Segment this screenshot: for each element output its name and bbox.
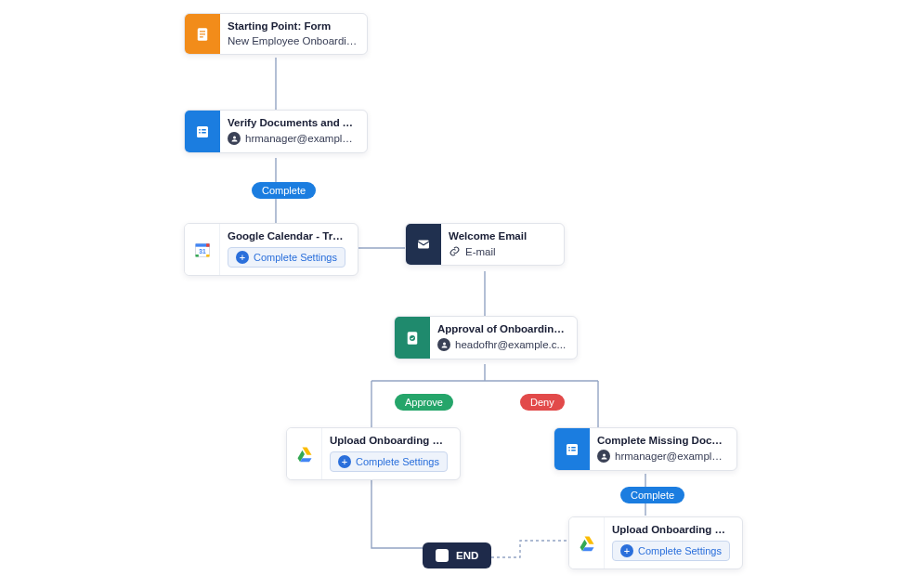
svg-rect-1 — [200, 31, 205, 32]
pill-deny: Deny — [520, 394, 565, 411]
svg-point-19 — [410, 335, 415, 341]
node-title: Welcome Email — [449, 230, 554, 242]
node-assignee: headofhr@example.c... — [455, 339, 566, 350]
complete-settings-button[interactable]: + Complete Settings — [612, 541, 730, 561]
svg-point-9 — [233, 136, 236, 138]
button-label: Complete Settings — [356, 456, 439, 467]
pill-complete: Complete — [620, 487, 684, 503]
svg-rect-22 — [568, 447, 570, 449]
complete-settings-button[interactable]: + Complete Settings — [228, 247, 345, 268]
svg-rect-23 — [571, 447, 576, 449]
svg-rect-24 — [568, 450, 570, 451]
plus-icon: + — [620, 544, 633, 557]
svg-rect-2 — [200, 33, 205, 34]
user-icon — [228, 132, 241, 145]
pill-approve: Approve — [395, 394, 453, 411]
google-calendar-icon: 31 — [185, 224, 220, 275]
connectors — [0, 0, 899, 588]
node-upload-onboarding-2[interactable]: Upload Onboarding Docume... + Complete S… — [568, 516, 743, 569]
stop-icon — [436, 549, 449, 562]
svg-rect-6 — [202, 129, 206, 131]
svg-rect-7 — [199, 132, 201, 134]
button-label: Complete Settings — [254, 252, 337, 263]
user-icon — [597, 450, 610, 463]
node-title: Approval of Onboarding Pro... — [437, 323, 567, 334]
pill-complete: Complete — [252, 182, 316, 199]
google-drive-icon — [569, 517, 605, 568]
user-icon — [437, 338, 450, 351]
node-title: Complete Missing Documents — [597, 435, 727, 446]
node-google-calendar[interactable]: 31 Google Calendar - Training S... + Com… — [184, 223, 358, 276]
svg-rect-8 — [202, 132, 206, 134]
node-assignee: hrmanager@examplec... — [615, 451, 727, 462]
node-subtitle: E-mail — [465, 246, 496, 257]
node-title: Starting Point: Form — [228, 20, 358, 32]
svg-rect-25 — [571, 450, 576, 451]
task-icon — [185, 111, 220, 152]
node-approval[interactable]: Approval of Onboarding Pro... headofhr@e… — [394, 316, 578, 359]
node-start-form[interactable]: Starting Point: Form New Employee Onboar… — [184, 13, 368, 55]
approval-icon — [395, 317, 430, 359]
node-title: Verify Documents and Assig... — [228, 117, 358, 128]
google-drive-icon — [287, 428, 322, 479]
link-icon — [449, 245, 461, 257]
workflow-canvas: Starting Point: Form New Employee Onboar… — [0, 0, 899, 588]
svg-text:31: 31 — [199, 248, 206, 255]
form-icon — [185, 14, 220, 54]
svg-rect-16 — [206, 243, 209, 246]
svg-point-20 — [443, 342, 446, 345]
node-subtitle: New Employee Onboardin... — [228, 35, 358, 46]
node-verify-documents[interactable]: Verify Documents and Assig... hrmanager@… — [184, 110, 368, 153]
plus-icon: + — [338, 455, 351, 468]
node-welcome-email[interactable]: Welcome Email E-mail — [405, 223, 565, 266]
svg-rect-14 — [195, 255, 198, 257]
svg-rect-5 — [199, 129, 201, 131]
node-end[interactable]: END — [423, 542, 491, 568]
complete-settings-button[interactable]: + Complete Settings — [330, 451, 448, 472]
svg-rect-17 — [418, 241, 429, 249]
plus-icon: + — [236, 251, 249, 264]
task-icon — [554, 428, 590, 470]
svg-point-26 — [603, 453, 606, 456]
node-complete-missing[interactable]: Complete Missing Documents hrmanager@exa… — [554, 427, 737, 471]
node-title: Google Calendar - Training S... — [228, 230, 348, 242]
node-title: Upload Onboarding Docume... — [330, 435, 450, 446]
node-assignee: hrmanager@example.... — [245, 133, 358, 144]
svg-rect-3 — [200, 36, 203, 37]
end-label: END — [456, 550, 478, 561]
node-title: Upload Onboarding Docume... — [612, 524, 733, 535]
email-icon — [406, 224, 441, 265]
svg-rect-15 — [206, 255, 209, 257]
node-upload-onboarding-1[interactable]: Upload Onboarding Docume... + Complete S… — [286, 427, 461, 480]
button-label: Complete Settings — [638, 545, 722, 556]
